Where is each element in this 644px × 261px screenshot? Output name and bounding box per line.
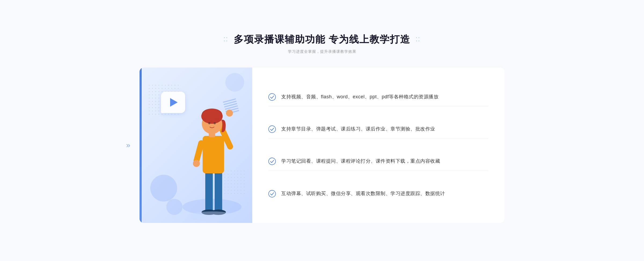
- check-icon-2: [268, 125, 276, 133]
- feature-text-2: 支持章节目录、弹题考试、课后练习、课后作业、章节测验、批改作业: [281, 125, 435, 133]
- check-icon-3: [268, 158, 276, 165]
- svg-rect-2: [215, 169, 222, 212]
- page-container: ⁚⁚ 多项录播课辅助功能 专为线上教学打造 ⁚⁚ 学习进度全掌握，提升录播课教学…: [134, 22, 510, 239]
- figure-container: [177, 94, 247, 223]
- page-title: 多项录播课辅助功能 专为线上教学打造: [234, 33, 410, 46]
- feature-text-4: 互动弹幕、试听购买、微信分享、观看次数限制、学习进度跟踪、数据统计: [281, 189, 445, 198]
- vertical-bar-decoration: [140, 68, 142, 223]
- svg-point-20: [269, 190, 276, 197]
- svg-point-9: [226, 110, 233, 117]
- svg-point-7: [193, 160, 200, 167]
- svg-point-19: [269, 158, 276, 165]
- features-panel: 支持视频、音频、flash、word、excel、ppt、pdf等各种格式的资源…: [252, 68, 504, 223]
- circle-decoration-1: [150, 175, 177, 202]
- feature-item-1: 支持视频、音频、flash、word、excel、ppt、pdf等各种格式的资源…: [268, 87, 488, 107]
- svg-point-14: [208, 122, 210, 124]
- svg-point-13: [202, 109, 222, 120]
- header-section: ⁚⁚ 多项录播课辅助功能 专为线上教学打造 ⁚⁚ 学习进度全掌握，提升录播课教学…: [140, 33, 504, 54]
- header-decorators: ⁚⁚ 多项录播课辅助功能 专为线上教学打造 ⁚⁚: [140, 33, 504, 46]
- feature-item-3: 学习笔记回看、课程提问、课程评论打分、课件资料下载，重点内容收藏: [268, 152, 488, 171]
- decorator-right: ⁚⁚: [416, 36, 420, 43]
- circle-decoration-3: [225, 73, 244, 92]
- decorator-left: ⁚⁚: [224, 36, 228, 43]
- feature-item-4: 互动弹幕、试听购买、微信分享、观看次数限制、学习进度跟踪、数据统计: [268, 184, 488, 203]
- svg-point-15: [214, 122, 216, 124]
- feature-text-1: 支持视频、音频、flash、word、excel、ppt、pdf等各种格式的资源…: [281, 93, 438, 101]
- svg-point-17: [269, 94, 276, 100]
- person-illustration: [177, 94, 247, 223]
- svg-rect-5: [203, 136, 224, 173]
- svg-point-18: [269, 126, 276, 133]
- check-icon-4: [268, 190, 276, 197]
- left-chevron-decoration: »: [126, 141, 130, 150]
- feature-item-2: 支持章节目录、弹题考试、课后练习、课后作业、章节测验、批改作业: [268, 120, 488, 139]
- svg-point-16: [188, 211, 236, 221]
- content-section: »: [140, 68, 504, 223]
- feature-text-3: 学习笔记回看、课程提问、课程评论打分、课件资料下载，重点内容收藏: [281, 157, 440, 165]
- illustration-panel: [140, 68, 252, 223]
- play-icon: [170, 98, 178, 107]
- svg-rect-1: [205, 169, 213, 212]
- page-subtitle: 学习进度全掌握，提升录播课教学效果: [140, 49, 504, 54]
- check-icon-1: [268, 93, 276, 101]
